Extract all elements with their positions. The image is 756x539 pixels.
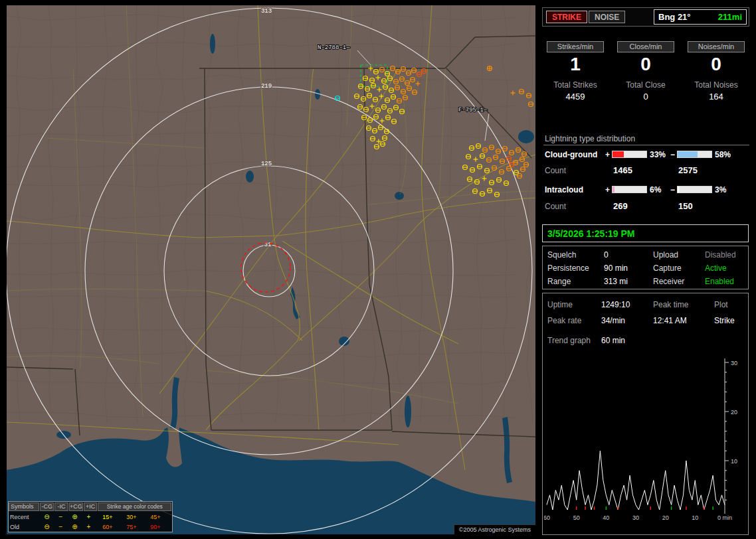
bar-ic-plus bbox=[612, 186, 647, 193]
svg-text:125: 125 bbox=[261, 161, 272, 167]
noises-per-min-value: 0 bbox=[683, 54, 749, 74]
range-value: 313 mi bbox=[604, 277, 628, 286]
cloud-ground-label: Cloud-ground bbox=[545, 150, 597, 159]
map-legend: Symbols -CG -IC +CG +IC Strike age color… bbox=[8, 501, 173, 532]
toolbar: STRIKE NOISE Bng 21° 211mi bbox=[542, 7, 749, 27]
ic-count-label: Count bbox=[545, 202, 566, 211]
legend-old-ages: 60+75+90+ bbox=[96, 524, 170, 530]
settings-row-1: Squelch 0 Upload Disabled bbox=[543, 250, 748, 261]
bearing-distance-display: Bng 21° 211mi bbox=[654, 9, 747, 25]
strikes-per-min-button[interactable]: Strikes/min bbox=[547, 41, 604, 52]
squelch-value: 0 bbox=[604, 250, 609, 260]
svg-text:0 min: 0 min bbox=[717, 514, 732, 521]
receiver-label: Receiver bbox=[653, 277, 684, 286]
ic-plus-count: 269 bbox=[613, 201, 628, 211]
legend-recent-label: Recent bbox=[9, 514, 40, 520]
close-per-min-value: 0 bbox=[613, 54, 679, 74]
lightning-map[interactable]: 31321912531 N-2788-1—F-795-1— Symbols -C… bbox=[7, 5, 535, 534]
trend-graph-canvas: 1020306050403020100 min bbox=[544, 354, 748, 532]
noise-mode-button[interactable]: NOISE bbox=[589, 11, 625, 23]
ic-minus-count: 150 bbox=[678, 201, 693, 211]
svg-text:219: 219 bbox=[261, 83, 272, 90]
settings-row-2: Persistence 90 min Capture Active bbox=[543, 264, 748, 274]
datetime-panel: 3/5/2026 1:25:19 PM bbox=[542, 224, 749, 242]
peak-time-label: Peak time bbox=[653, 300, 688, 309]
distribution-title: Lightning type distribution bbox=[545, 134, 635, 143]
legend-symbols-label: Symbols bbox=[9, 502, 39, 511]
strikes-rate-column: Strikes/min 1 Total Strikes 4459 bbox=[542, 41, 609, 102]
settings-value2-2: Enabled bbox=[705, 277, 734, 286]
distance-value: 211mi bbox=[718, 10, 742, 24]
total-strikes-value: 4459 bbox=[542, 92, 609, 102]
legend-header-row: Symbols -CG -IC +CG +IC Strike age color… bbox=[9, 502, 172, 512]
cg-count-label: Count bbox=[545, 166, 566, 175]
plot-value: Strike bbox=[714, 316, 735, 325]
noises-rate-column: Noises/min 0 Total Noises 164 bbox=[683, 41, 749, 102]
legend-col-nic: -IC bbox=[54, 502, 68, 511]
svg-text:50: 50 bbox=[573, 514, 580, 521]
legend-col-pic: +IC bbox=[84, 502, 98, 511]
svg-text:30: 30 bbox=[731, 360, 737, 366]
cg-minus-count: 2575 bbox=[678, 165, 698, 175]
persistence-value: 90 min bbox=[604, 264, 628, 273]
ic-minus-pct: 3% bbox=[715, 185, 726, 194]
ic-plus-pct: 6% bbox=[650, 185, 661, 194]
settings-value2-1: Active bbox=[705, 264, 727, 273]
legend-col-ncg: -CG bbox=[40, 502, 54, 511]
close-rate-column: Close/min 0 Total Close 0 bbox=[613, 41, 679, 102]
strikes-per-min-value: 1 bbox=[542, 54, 609, 74]
legend-age-title: Strike age color codes bbox=[98, 502, 171, 511]
status-panel: Uptime 1249:10 Peak time Plot Peak rate … bbox=[542, 293, 749, 535]
map-canvas[interactable]: 31321912531 N-2788-1—F-795-1— bbox=[7, 5, 535, 534]
cg-plus-count: 1465 bbox=[613, 165, 632, 175]
peak-rate-label: Peak rate bbox=[547, 316, 581, 325]
squelch-label: Squelch bbox=[547, 250, 576, 260]
settings-row-3: Range 313 mi Receiver Enabled bbox=[543, 277, 748, 287]
datetime-value: 3/5/2026 1:25:19 PM bbox=[547, 228, 635, 239]
cg-plus-sign: + bbox=[605, 150, 610, 159]
upload-label: Upload bbox=[653, 250, 678, 260]
total-noises-label: Total Noises bbox=[683, 80, 749, 90]
copyright-notice: ©2005 Astrogenic Systems bbox=[454, 524, 535, 534]
legend-recent-symbols: ⊖−⊕+ bbox=[40, 512, 96, 521]
cg-minus-pct: 58% bbox=[715, 150, 731, 159]
close-per-min-button[interactable]: Close/min bbox=[617, 41, 674, 52]
legend-row-recent: Recent ⊖−⊕+ 15+30+45+ bbox=[9, 512, 172, 522]
svg-text:40: 40 bbox=[603, 514, 609, 521]
total-close-label: Total Close bbox=[613, 80, 679, 90]
legend-row-old: Old ⊖−⊕+ 60+75+90+ bbox=[9, 522, 172, 532]
svg-text:20: 20 bbox=[731, 409, 737, 416]
trend-graph-label: Trend graph bbox=[547, 336, 591, 345]
trend-graph-window: 60 min bbox=[601, 336, 625, 345]
uptime-label: Uptime bbox=[547, 300, 573, 309]
total-strikes-label: Total Strikes bbox=[542, 80, 609, 90]
plot-label: Plot bbox=[714, 300, 728, 309]
settings-panel: Squelch 0 Upload Disabled Persistence 90… bbox=[542, 246, 749, 289]
ic-minus-sign: − bbox=[670, 185, 675, 194]
svg-text:N-2788-1—: N-2788-1— bbox=[318, 44, 350, 51]
range-label: Range bbox=[547, 277, 571, 286]
svg-text:10: 10 bbox=[692, 514, 698, 521]
legend-recent-ages: 15+30+45+ bbox=[96, 514, 170, 520]
strike-mode-button[interactable]: STRIKE bbox=[546, 11, 587, 23]
peak-time-value: 12:41 AM bbox=[653, 316, 687, 325]
total-close-value: 0 bbox=[613, 92, 679, 102]
cg-minus-sign: − bbox=[670, 150, 675, 159]
ic-plus-sign: + bbox=[605, 185, 610, 194]
legend-old-symbols: ⊖−⊕+ bbox=[40, 522, 96, 531]
uptime-value: 1249:10 bbox=[601, 300, 630, 309]
svg-text:30: 30 bbox=[632, 514, 639, 521]
settings-value2-0: Disabled bbox=[705, 250, 736, 260]
total-noises-value: 164 bbox=[683, 92, 749, 102]
bar-cg-minus bbox=[677, 151, 712, 158]
bar-ic-minus bbox=[677, 186, 712, 193]
intracloud-label: Intracloud bbox=[545, 185, 583, 194]
nexstorm-app-window: 31321912531 N-2788-1—F-795-1— Symbols -C… bbox=[0, 0, 756, 539]
peak-rate-value: 34/min bbox=[601, 316, 625, 325]
svg-text:313: 313 bbox=[261, 8, 272, 15]
svg-text:F-795-1—: F-795-1— bbox=[458, 107, 488, 114]
svg-text:60: 60 bbox=[544, 514, 550, 521]
capture-label: Capture bbox=[653, 264, 682, 273]
svg-text:20: 20 bbox=[662, 514, 669, 521]
noises-per-min-button[interactable]: Noises/min bbox=[688, 41, 745, 52]
